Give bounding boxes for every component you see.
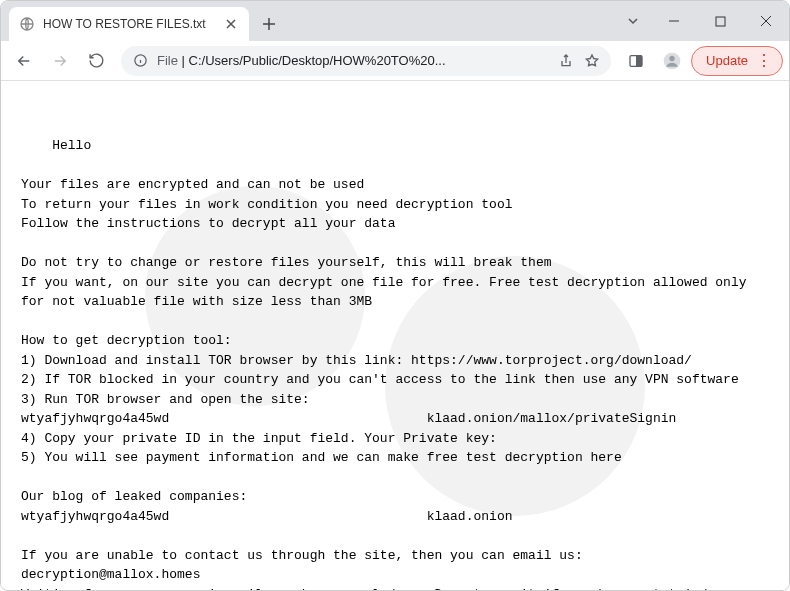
share-icon[interactable] (557, 52, 575, 70)
page-content: Hello Your files are encrypted and can n… (1, 81, 789, 590)
document-text: Hello Your files are encrypted and can n… (21, 138, 754, 590)
reload-button[interactable] (79, 44, 113, 78)
close-tab-icon[interactable] (223, 16, 239, 32)
address-text: File | C:/Users/Public/Desktop/HOW%20TO%… (157, 53, 549, 68)
browser-tab[interactable]: HOW TO RESTORE FILES.txt (9, 7, 249, 41)
address-bar[interactable]: File | C:/Users/Public/Desktop/HOW%20TO%… (121, 46, 611, 76)
menu-dots-icon: ⋮ (756, 51, 772, 70)
svg-rect-1 (716, 17, 725, 26)
forward-button[interactable] (43, 44, 77, 78)
minimize-button[interactable] (651, 1, 697, 41)
profile-avatar-icon[interactable] (655, 44, 689, 78)
new-tab-button[interactable] (255, 10, 283, 38)
back-button[interactable] (7, 44, 41, 78)
update-button[interactable]: Update ⋮ (691, 46, 783, 76)
tab-search-chevron-icon[interactable] (615, 1, 651, 41)
side-panel-icon[interactable] (619, 44, 653, 78)
bookmark-star-icon[interactable] (583, 52, 601, 70)
update-label: Update (706, 53, 748, 68)
titlebar: HOW TO RESTORE FILES.txt (1, 1, 789, 41)
svg-rect-4 (637, 55, 642, 66)
tab-title: HOW TO RESTORE FILES.txt (43, 17, 215, 31)
window-controls (615, 1, 789, 41)
info-icon[interactable] (131, 52, 149, 70)
svg-point-6 (669, 55, 674, 60)
maximize-button[interactable] (697, 1, 743, 41)
toolbar: File | C:/Users/Public/Desktop/HOW%20TO%… (1, 41, 789, 81)
close-window-button[interactable] (743, 1, 789, 41)
browser-window: HOW TO RESTORE FILES.txt (0, 0, 790, 591)
globe-icon (19, 16, 35, 32)
